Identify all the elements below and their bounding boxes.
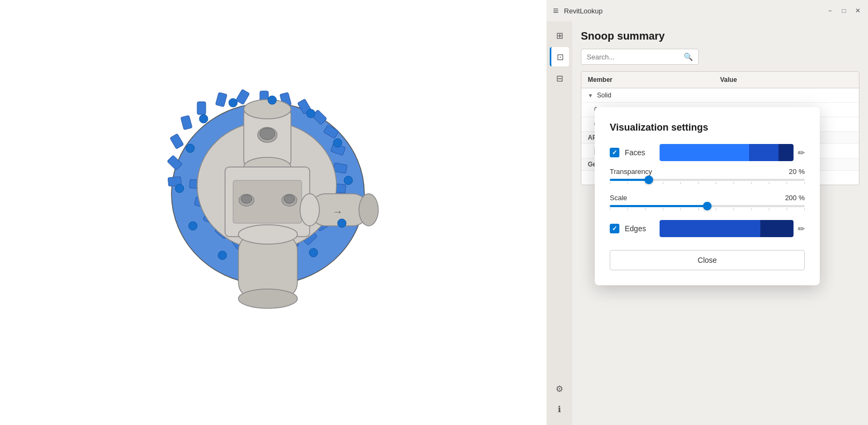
sidebar-item-info[interactable]: ℹ [550, 399, 569, 419]
scale-slider-fill [610, 205, 707, 207]
scale-label-row: Scale 200 % [610, 194, 805, 202]
edges-eyedropper-icon[interactable]: ✏ [798, 224, 805, 234]
search-bar[interactable]: 🔍 [581, 49, 699, 65]
svg-point-45 [238, 289, 297, 308]
faces-color-seg1 [660, 144, 749, 161]
svg-point-52 [344, 176, 353, 185]
app-title: RevitLookup [564, 7, 603, 15]
svg-point-41 [359, 194, 378, 226]
visualization-settings-dialog: Visualization settings ✓ Faces ✏ Transpa… [595, 107, 820, 285]
svg-point-54 [306, 109, 315, 118]
close-dialog-button[interactable]: Close [610, 250, 805, 270]
close-button-window[interactable]: ✕ [854, 7, 862, 14]
info-icon: ℹ [558, 404, 561, 414]
edges-color-seg2 [760, 220, 794, 237]
transparency-label-row: Transparency 20 % [610, 168, 805, 176]
sidebar-item-graph[interactable]: ⊟ [550, 69, 569, 88]
edges-color-bar[interactable] [660, 220, 794, 237]
graph-icon: ⊟ [556, 73, 563, 84]
faces-checkbox[interactable]: ✓ [610, 148, 619, 157]
edges-checkmark: ✓ [612, 225, 617, 232]
revit-panel: ≡ RevitLookup − □ ✕ ⊞ ⊡ ⊟ ⚙ ℹ Snoop summ… [547, 0, 868, 425]
svg-rect-13 [333, 163, 347, 173]
svg-text:→: → [332, 206, 343, 217]
window-controls: − □ ✕ [826, 7, 862, 14]
transparency-label: Transparency [610, 168, 652, 176]
edges-color-seg1 [660, 220, 760, 237]
header-value: Value [720, 76, 852, 84]
svg-point-40 [300, 194, 319, 226]
table-header: Member Value [581, 72, 859, 88]
dialog-title: Visualization settings [610, 122, 805, 133]
snoop2-icon: ⊡ [557, 52, 564, 62]
svg-point-46 [186, 144, 194, 153]
svg-rect-6 [236, 89, 250, 105]
sidebar-item-snoop1[interactable]: ⊞ [550, 26, 569, 45]
edges-label: Edges [625, 224, 654, 233]
transparency-slider-track[interactable] [610, 179, 805, 181]
svg-point-51 [338, 219, 346, 227]
faces-setting-row: ✓ Faces ✏ [610, 144, 805, 161]
page-title: Snoop summary [581, 30, 859, 42]
svg-rect-3 [181, 115, 192, 130]
faces-color-container: ✏ [660, 144, 805, 161]
maximize-button[interactable]: □ [840, 7, 848, 14]
solid-label: ▼ Solid [588, 92, 720, 99]
faces-eyedropper-icon[interactable]: ✏ [798, 148, 805, 158]
drawing-area: → [0, 0, 547, 425]
faces-color-seg3 [779, 144, 794, 161]
edges-color-container: ✏ [660, 220, 805, 237]
faces-color-seg2 [749, 144, 779, 161]
svg-point-48 [189, 222, 197, 230]
collapse-icon[interactable]: ▼ [588, 93, 593, 98]
svg-point-49 [218, 251, 227, 260]
svg-point-57 [199, 115, 208, 123]
minimize-button[interactable]: − [826, 7, 834, 14]
edges-checkbox[interactable]: ✓ [610, 224, 619, 233]
svg-point-32 [260, 128, 275, 140]
sidebar: ⊞ ⊡ ⊟ ⚙ ℹ [547, 21, 572, 425]
scale-slider-thumb[interactable] [703, 202, 712, 210]
menu-icon[interactable]: ≡ [553, 5, 559, 17]
svg-rect-5 [215, 92, 227, 107]
transparency-slider-thumb[interactable] [645, 176, 653, 184]
svg-point-55 [268, 96, 276, 104]
svg-point-36 [241, 195, 252, 203]
svg-point-29 [244, 100, 291, 119]
faces-color-bar[interactable] [660, 144, 794, 161]
faces-checkmark: ✓ [612, 149, 617, 156]
settings-icon: ⚙ [556, 384, 563, 394]
transparency-value: 20 % [789, 168, 805, 176]
sidebar-item-snoop2[interactable]: ⊡ [550, 47, 569, 66]
scale-section: Scale 200 % [610, 194, 805, 211]
svg-rect-2 [170, 134, 184, 149]
svg-point-38 [284, 195, 295, 203]
scale-label: Scale [610, 194, 627, 202]
header-member: Member [588, 76, 720, 84]
snoop1-icon: ⊞ [556, 31, 563, 41]
svg-point-56 [229, 98, 237, 107]
svg-point-53 [333, 139, 342, 147]
sidebar-item-settings[interactable]: ⚙ [550, 379, 569, 398]
edges-setting-row: ✓ Edges ✏ [610, 220, 805, 237]
title-bar: ≡ RevitLookup − □ ✕ [547, 0, 868, 21]
search-icon: 🔍 [684, 52, 693, 61]
transparency-slider-fill [610, 179, 649, 181]
faces-label: Faces [625, 148, 654, 157]
transparency-slider-ticks [610, 181, 805, 185]
search-input[interactable] [587, 53, 684, 61]
svg-rect-4 [197, 102, 206, 115]
table-row-solid[interactable]: ▼ Solid [581, 88, 859, 103]
scale-value: 200 % [785, 194, 805, 202]
transparency-section: Transparency 20 % [610, 168, 805, 185]
svg-point-50 [309, 248, 318, 257]
scale-slider-track[interactable] [610, 205, 805, 207]
mechanical-part-svg: → [139, 52, 407, 373]
svg-point-47 [175, 184, 184, 193]
svg-point-44 [238, 225, 297, 244]
